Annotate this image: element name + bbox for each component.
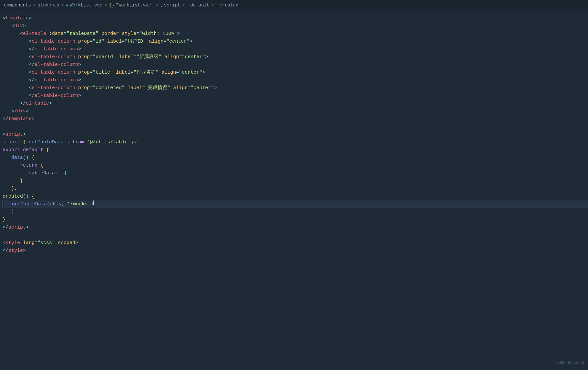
bc-components-label: components <box>4 2 31 9</box>
created-bracket-icon: ⹁ <box>216 2 218 9</box>
vue-icon: ▲ <box>66 2 68 9</box>
bc-sep-3: > <box>104 2 107 9</box>
line-16: <script> <box>3 131 588 139</box>
line-25: getTableData(this, '/works') <box>3 200 588 208</box>
bc-sep-5: > <box>182 2 185 9</box>
bc-sep-4: > <box>156 2 158 9</box>
bc-sep-2: > <box>61 2 64 9</box>
line-18: export default { <box>3 146 588 154</box>
line-4: <el-table-column prop="id" label="用户ID" … <box>3 38 588 46</box>
line-20: return { <box>3 162 588 170</box>
editor-area: <template> <div> <el-table :data="tableD… <box>0 11 588 258</box>
line-24: created() { <box>3 193 588 200</box>
line-1: <template> <box>3 15 588 22</box>
line-23: }, <box>3 185 588 193</box>
bc-sep-6: > <box>211 2 214 9</box>
line-29 <box>3 231 588 239</box>
breadcrumb-item-script[interactable]: ⹁ script <box>160 2 180 9</box>
breadcrumb-bar: components > students > ▲ WorkList.vue >… <box>0 0 588 11</box>
line-11: </el-table-column> <box>3 92 588 100</box>
line-9: </el-table-column> <box>3 77 588 84</box>
line-30: <style lang="scss" scoped> <box>3 239 588 247</box>
breadcrumb-item-default[interactable]: ⹁ default <box>187 2 209 9</box>
breadcrumb-item-students[interactable]: students <box>37 2 59 9</box>
bc-created-label: created <box>220 2 239 9</box>
default-bracket-icon: ⹁ <box>187 2 189 9</box>
bc-script-label: script <box>164 2 180 9</box>
line-27: } <box>3 216 588 224</box>
breadcrumb-item-created[interactable]: ⹁ created <box>216 2 239 9</box>
line-12: </el-table> <box>3 100 588 108</box>
line-21: tableData: [] <box>3 170 588 177</box>
line-8: <el-table-column prop="title" label="作业名… <box>3 69 588 77</box>
line-17: import { getTableData } from '@/utils/ta… <box>3 139 588 146</box>
bc-worklist-vue-label: WorkList.vue <box>70 2 102 9</box>
bc-sep-1: > <box>33 2 36 9</box>
line-6: <el-table-column prop="userId" label="所属… <box>3 53 588 61</box>
bc-default-label: default <box>190 2 209 9</box>
line-3: <el-table :data="tableData" border style… <box>3 30 588 38</box>
line-14: </template> <box>3 115 588 123</box>
line-10: <el-table-column prop="completed" label=… <box>3 84 588 92</box>
line-19: data() { <box>3 154 588 162</box>
watermark: CSDN @Shaka@ <box>556 360 584 366</box>
script-bracket-icon: ⹁ <box>160 2 163 9</box>
line-7: </el-table-column> <box>3 61 588 69</box>
line-31: </style> <box>3 247 588 255</box>
bc-braces-icon: {} <box>109 2 115 9</box>
line-28: </script> <box>3 224 588 231</box>
breadcrumb-item-worklist-string[interactable]: {} "WorkList.vue" <box>109 2 154 9</box>
line-13: </div> <box>3 108 588 115</box>
line-2: <div> <box>3 22 588 30</box>
bc-students-label: students <box>37 2 59 9</box>
line-22: } <box>3 177 588 185</box>
breadcrumb-item-components[interactable]: components <box>4 2 31 9</box>
line-15 <box>3 123 588 131</box>
bc-worklist-string-label: "WorkList.vue" <box>116 2 154 9</box>
line-5: </el-table-column> <box>3 46 588 53</box>
breadcrumb-item-worklist-vue[interactable]: ▲ WorkList.vue <box>66 2 102 9</box>
line-26: } <box>3 208 588 216</box>
